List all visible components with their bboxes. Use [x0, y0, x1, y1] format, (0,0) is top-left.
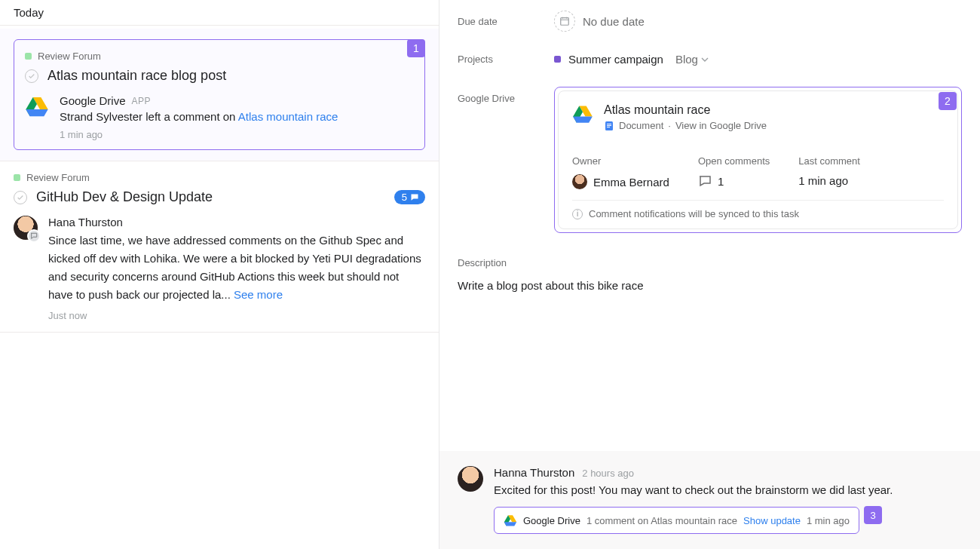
comment-body: Excited for this post! You may want to c…	[494, 483, 962, 496]
divider	[0, 25, 439, 26]
project-name[interactable]: Summer campaign	[568, 53, 663, 66]
drive-attachment-card[interactable]: Atlas mountain race Document · View in G…	[558, 90, 958, 229]
comment-icon	[27, 229, 41, 243]
status-label: Review Forum	[26, 172, 90, 183]
sync-note: Comment notifications will be synced to …	[589, 208, 799, 219]
doc-type: Document	[619, 120, 663, 131]
svg-rect-11	[607, 125, 611, 126]
owner-label: Owner	[572, 155, 669, 167]
annotation-badge: 1	[407, 39, 425, 57]
status-dot-icon	[25, 53, 32, 60]
description-label: Description	[458, 257, 962, 268]
field-label: Google Drive	[458, 87, 554, 104]
complete-toggle-icon[interactable]	[14, 191, 27, 204]
update-text: 1 comment on Atlas mountain race	[586, 515, 737, 526]
svg-rect-10	[607, 124, 611, 124]
status-dot-icon	[14, 174, 20, 181]
timestamp: Just now	[48, 310, 425, 321]
field-label: Projects	[458, 54, 554, 65]
timestamp: 1 min ago	[60, 129, 414, 140]
status-label: Review Forum	[38, 51, 101, 62]
google-drive-icon	[572, 103, 593, 124]
today-heading: Today	[0, 0, 439, 25]
open-comments-count: 1	[718, 175, 724, 188]
view-in-drive-link[interactable]: View in Google Drive	[675, 120, 767, 131]
info-icon: i	[572, 209, 583, 219]
comment-count-badge[interactable]: 5	[394, 190, 425, 204]
commenter-name: Hana Thurston	[48, 216, 425, 228]
inline-update-card[interactable]: Google Drive 1 comment on Atlas mountain…	[494, 507, 859, 534]
timestamp: 1 min ago	[807, 515, 850, 526]
app-tag: APP	[132, 96, 152, 106]
svg-rect-8	[561, 18, 569, 26]
see-more-link[interactable]: See more	[234, 288, 283, 301]
inbox-pane: Today 1 Review Forum Atlas mountain race…	[0, 0, 439, 549]
task-title[interactable]: Atlas mountain race blog post	[47, 68, 226, 84]
inbox-item[interactable]: Review Forum GitHub Dev & Design Update …	[0, 161, 439, 332]
calendar-icon	[554, 11, 575, 32]
user-avatar	[14, 216, 38, 240]
comment-icon	[698, 174, 712, 188]
update-app: Google Drive	[523, 515, 580, 526]
svg-rect-12	[607, 127, 610, 127]
activity-text: Strand Sylvester left a comment on Atlas…	[60, 110, 414, 123]
section-dropdown[interactable]: Blog	[675, 53, 709, 66]
inbox-item[interactable]: 1 Review Forum Atlas mountain race blog …	[0, 29, 439, 161]
last-comment-time: 1 min ago	[798, 174, 860, 187]
due-date-field[interactable]: Due date No due date	[458, 0, 962, 42]
field-label: Due date	[458, 16, 554, 27]
open-comments-label: Open comments	[698, 155, 770, 167]
comment-preview: Since last time, we have addressed comme…	[48, 232, 425, 304]
google-drive-icon	[504, 514, 517, 527]
due-date-value: No due date	[583, 15, 645, 28]
user-avatar	[458, 466, 483, 492]
owner-name: Emma Bernard	[593, 176, 669, 189]
show-update-link[interactable]: Show update	[743, 515, 801, 526]
annotation-badge: 2	[939, 92, 957, 110]
highlight-box-1: 1 Review Forum Atlas mountain race blog …	[14, 39, 425, 150]
description-text[interactable]: Write a blog post about this bike race	[458, 279, 962, 292]
complete-toggle-icon[interactable]	[25, 69, 38, 83]
commenter-name: Hanna Thurston	[494, 466, 574, 479]
app-name: Google Drive	[60, 94, 126, 107]
task-title[interactable]: GitHub Dev & Design Update	[36, 189, 213, 205]
owner-avatar	[572, 174, 587, 189]
document-icon	[604, 121, 614, 131]
doc-link[interactable]: Atlas mountain race	[238, 110, 338, 123]
comments-section: Hanna Thurston 2 hours ago Excited for t…	[439, 451, 980, 549]
highlight-box-2: 2 Atlas mountain race Document · View in…	[554, 87, 962, 233]
google-drive-field: Google Drive 2 Atlas mountain race Docum…	[458, 76, 962, 244]
google-drive-icon	[25, 94, 49, 118]
project-color-icon	[554, 56, 561, 63]
projects-field[interactable]: Projects Summer campaign Blog	[458, 42, 962, 76]
task-detail-pane: Due date No due date Projects Summer cam…	[439, 0, 980, 549]
last-comment-label: Last comment	[798, 155, 860, 167]
attachment-title: Atlas mountain race	[604, 103, 767, 117]
annotation-badge: 3	[864, 506, 882, 524]
chevron-down-icon	[701, 56, 709, 63]
timestamp: 2 hours ago	[582, 468, 634, 479]
